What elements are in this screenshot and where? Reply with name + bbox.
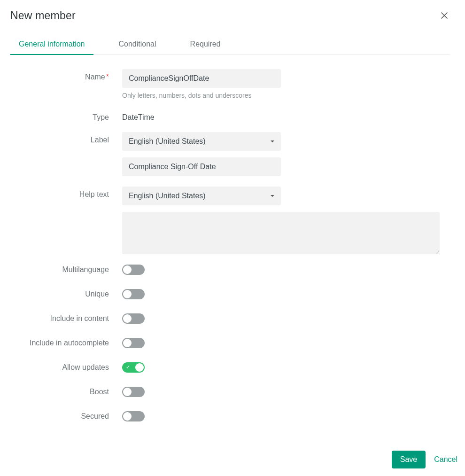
allow-updates-label: Allow updates [10,363,122,372]
type-label: Type [10,109,122,122]
tab-required[interactable]: Required [182,35,229,55]
multilanguage-toggle[interactable]: ✓ [122,265,145,275]
chevron-down-icon [271,195,274,197]
tab-conditional[interactable]: Conditional [110,35,165,55]
unique-toggle[interactable]: ✓ [122,289,145,299]
tab-general[interactable]: General information [10,35,93,55]
help-text-label: Help text [10,187,122,199]
secured-label: Secured [10,412,122,421]
name-helper-text: Only letters, numbers, dots and undersco… [122,92,450,99]
boost-label: Boost [10,388,122,396]
cancel-button[interactable]: Cancel [434,455,457,464]
label-value-input[interactable] [122,157,281,176]
name-input[interactable] [122,69,281,88]
help-language-value: English (United States) [129,192,206,200]
label-language-value: English (United States) [129,137,206,146]
tab-bar: General information Conditional Required [10,35,450,55]
name-label: Name* [10,69,122,81]
help-language-select[interactable]: English (United States) [122,187,281,205]
unique-label: Unique [10,290,122,298]
label-language-select[interactable]: English (United States) [122,132,281,151]
secured-toggle[interactable]: ✓ [122,411,145,421]
save-button[interactable]: Save [392,451,426,468]
help-text-textarea[interactable] [122,212,440,254]
required-star-icon: * [106,73,109,81]
include-in-autocomplete-toggle[interactable]: ✓ [122,338,145,348]
include-in-content-toggle[interactable]: ✓ [122,313,145,324]
check-icon: ✓ [126,364,130,370]
page-title: New member [10,9,76,22]
boost-toggle[interactable]: ✓ [122,387,145,397]
allow-updates-toggle[interactable]: ✓ [122,362,145,373]
chevron-down-icon [271,140,274,142]
label-label: Label [10,132,122,144]
close-icon[interactable] [439,9,450,23]
multilanguage-label: Multilanguage [10,265,122,274]
type-value: DateTime [122,109,450,122]
include-in-autocomplete-label: Include in autocomplete [10,339,122,347]
include-in-content-label: Include in content [10,314,122,323]
